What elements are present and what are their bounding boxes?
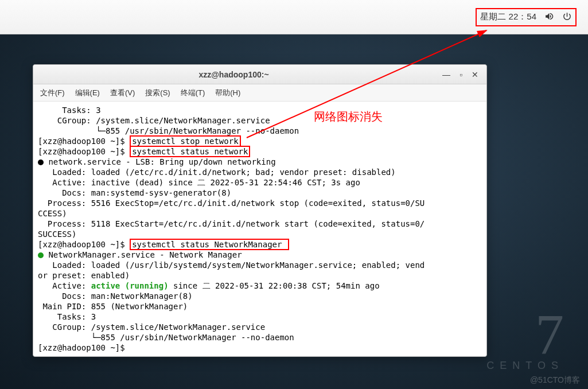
clock-text[interactable]: 星期二 22：54 <box>480 11 536 22</box>
term-line: CGroup: /system.slice/NetworkManager.ser… <box>38 116 270 125</box>
power-icon[interactable] <box>562 11 572 23</box>
term-line: Active: <box>38 281 91 290</box>
centos-logo: 7 CENTOS <box>486 312 564 372</box>
term-line: network.service - LSB: Bring up/down net… <box>44 157 276 166</box>
term-line: SUCCESS) <box>38 229 76 239</box>
window-titlebar[interactable]: xzz@hadoop100:~ — ▫ ✕ <box>33 65 486 84</box>
minimize-button[interactable]: — <box>442 70 450 79</box>
menu-file[interactable]: 文件(F) <box>40 88 65 98</box>
command-highlight: systemctl status network <box>130 146 250 157</box>
term-line: Docs: man:NetworkManager(8) <box>38 291 193 301</box>
term-line: or preset: enabled) <box>38 271 130 280</box>
term-line: CGroup: /system.slice/NetworkManager.ser… <box>38 322 265 332</box>
term-prompt: [xzz@hadoop100 ~]$ <box>38 147 130 156</box>
term-line: └─855 /usr/sbin/NetworkManager --no-daem… <box>38 126 299 135</box>
maximize-button[interactable]: ▫ <box>460 70 462 79</box>
term-line: CCESS) <box>38 209 67 218</box>
active-status: active (running) <box>91 281 169 290</box>
command-highlight: systemctl stop network <box>130 135 240 147</box>
term-line: Loaded: loaded (/etc/rc.d/init.d/network… <box>38 168 396 177</box>
term-line: Tasks: 3 <box>38 106 101 115</box>
centos-label: CENTOS <box>486 360 564 372</box>
term-prompt: [xzz@hadoop100 ~]$ <box>38 240 130 249</box>
menu-edit[interactable]: 编辑(E) <box>75 88 100 98</box>
term-line: Main PID: 855 (NetworkManager) <box>38 302 188 311</box>
window-control-buttons: — ▫ ✕ <box>434 70 486 79</box>
term-line: └─855 /usr/sbin/NetworkManager --no-daem… <box>38 333 294 342</box>
terminal-window: xzz@hadoop100:~ — ▫ ✕ 文件(F) 编辑(E) 查看(V) … <box>33 64 487 357</box>
command-highlight: systemctl status NetworkManager <box>130 239 289 250</box>
menu-terminal[interactable]: 终端(T) <box>181 88 205 98</box>
term-line: Docs: man:systemd-sysv-generator(8) <box>38 188 231 197</box>
menu-help[interactable]: 帮助(H) <box>215 88 240 98</box>
term-prompt: [xzz@hadoop100 ~]$ <box>38 343 130 352</box>
term-line: Tasks: 3 <box>38 312 96 321</box>
status-dot-active <box>38 252 44 258</box>
menu-search[interactable]: 搜索(S) <box>145 88 170 98</box>
centos-version: 7 <box>486 312 564 357</box>
window-title: xzz@hadoop100:~ <box>33 70 434 79</box>
close-button[interactable]: ✕ <box>472 70 478 79</box>
watermark: @51CTO博客 <box>530 375 580 386</box>
term-line: since 二 2022-05-31 22:00:38 CST; 54min a… <box>169 281 380 290</box>
term-line: Process: 5118 ExecStart=/etc/rc.d/init.d… <box>38 219 425 228</box>
desktop-top-panel: 星期二 22：54 <box>0 0 588 34</box>
terminal-output[interactable]: Tasks: 3 CGroup: /system.slice/NetworkMa… <box>33 102 486 356</box>
term-line: Active: inactive (dead) since 二 2022-05-… <box>38 178 360 187</box>
status-dot-inactive <box>38 160 44 165</box>
term-line: Process: 5516 ExecStop=/etc/rc.d/init.d/… <box>38 199 425 208</box>
term-line: NetworkManager.service - Network Manager <box>44 250 242 259</box>
term-line: Loaded: loaded (/usr/lib/systemd/system/… <box>38 260 425 270</box>
system-tray-highlight: 星期二 22：54 <box>476 8 577 26</box>
terminal-menubar: 文件(F) 编辑(E) 查看(V) 搜索(S) 终端(T) 帮助(H) <box>33 84 486 102</box>
volume-icon[interactable] <box>544 11 554 23</box>
term-prompt: [xzz@hadoop100 ~]$ <box>38 137 130 146</box>
menu-view[interactable]: 查看(V) <box>110 88 135 98</box>
